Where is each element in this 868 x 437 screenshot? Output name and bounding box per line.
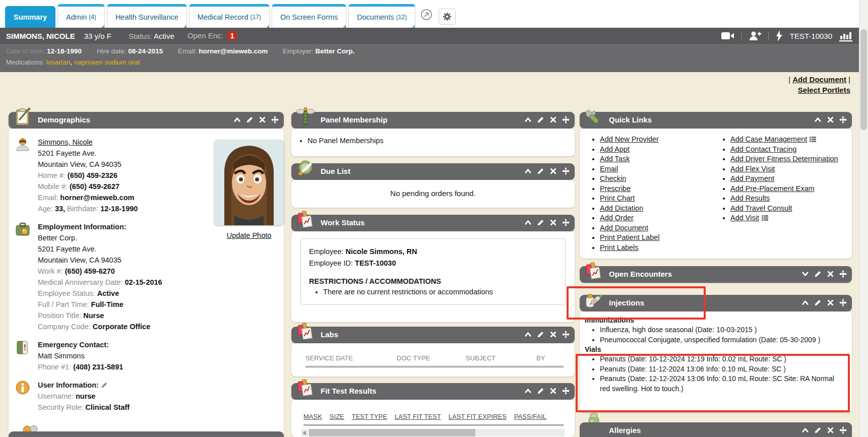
vertical-scrollbar[interactable] [859,0,868,437]
scroll-left-arrow[interactable] [302,430,306,435]
close-icon[interactable] [549,219,557,226]
stats-chart-icon[interactable] [839,30,852,42]
edit-icon[interactable] [814,299,822,306]
portlet-header-quick-links[interactable]: Quick Links [580,112,852,129]
move-icon[interactable] [271,116,279,123]
collapse-icon[interactable] [814,116,822,123]
move-icon[interactable] [562,387,570,395]
quick-link: Checkin [600,174,718,184]
move-icon[interactable] [839,116,847,123]
tab-on-screen-forms[interactable]: On Screen Forms [272,4,346,28]
tab-health-surveillance[interactable]: Health Surveillance [107,4,187,28]
horizontal-scrollbar[interactable] [301,429,565,436]
vial-item: Peanuts (Date: 10-12-2024 12:19 Info: 0.… [600,354,845,364]
allergies-jar-icon [584,411,604,423]
portlet-header-due-list[interactable]: Due List [291,163,575,180]
move-icon[interactable] [839,426,847,434]
close-icon[interactable] [259,116,266,123]
settings-gear-button[interactable] [439,9,456,25]
quick-link: Add Document [600,223,718,233]
portlet-header-fit-test-results[interactable]: Fit Test Results [291,383,575,400]
portlet-header-partial[interactable] [9,431,284,437]
patient-photo: Update Photo [214,140,284,240]
portlet-header-allergies[interactable]: Allergies [580,422,852,437]
portlet-body-injections: Immunizations Influenza, high dose seaso… [580,311,852,412]
collapse-icon[interactable] [233,116,241,123]
security-role: Clinical Staff [85,403,130,411]
lightning-icon[interactable] [776,30,783,41]
person-icon [15,137,31,153]
portlet-header-panel-membership[interactable]: Panel Membership [291,112,575,129]
edit-icon[interactable] [537,331,544,338]
medication-link[interactable]: losartan [46,58,71,66]
vials-chart-icon [295,378,316,398]
portlet-header-demographics[interactable]: Demographics [9,112,284,129]
vial-item: Peanuts (Date: 12-12-2024 13:06 Info: 0.… [600,374,845,394]
quick-link: Add Driver Fitness Determination [730,154,849,164]
tab-admin[interactable]: Admin(4) [57,4,105,28]
quick-link: Add Payment [730,174,849,184]
video-camera-icon[interactable] [721,31,734,40]
edit-icon[interactable] [814,270,822,278]
edit-icon[interactable] [537,167,544,175]
edit-icon[interactable] [537,219,544,226]
edit-user-icon[interactable] [101,382,108,389]
edit-icon[interactable] [537,387,544,395]
move-icon[interactable] [562,116,570,123]
collapse-icon[interactable] [801,299,809,306]
svg-text:!: ! [24,343,26,352]
portlet-header-work-status[interactable]: Work Status [291,215,575,231]
portlet-body-quick-links: Add New Provider Add Appt Add Task Email… [580,129,852,259]
restrictions-empty: There are no current restrictions or acc… [323,286,557,297]
portlet-header-open-encounters[interactable]: Open Encounters [580,266,852,283]
close-icon[interactable] [549,331,557,338]
dob-value: 12-18-1990 [47,47,82,55]
fit-test-table-header: MASKSIZETEST TYPELAST FIT TESTLAST FIT E… [303,413,564,426]
username: nurse [76,392,96,400]
edit-icon[interactable] [814,426,822,434]
close-icon[interactable] [827,270,834,278]
tab-medical-record[interactable]: Medical Record(17) [189,4,270,28]
close-icon[interactable] [827,426,834,434]
collapse-icon[interactable] [524,387,532,395]
collapse-icon[interactable] [801,426,809,434]
edit-icon[interactable] [537,116,544,123]
scrollbar-thumb[interactable] [860,29,867,130]
due-list-empty: No pending orders found. [291,180,575,198]
close-icon[interactable] [549,167,557,175]
quick-link: Add Order [600,213,718,223]
expand-icon[interactable] [801,270,809,278]
add-person-icon[interactable] [749,31,761,41]
collapse-icon[interactable] [524,116,532,123]
close-icon[interactable] [827,299,834,306]
move-icon[interactable] [562,331,570,338]
portlet-header-injections[interactable]: Injections [580,295,852,311]
external-link-icon[interactable] [420,9,432,23]
tab-documents[interactable]: Documents(12) [348,4,415,28]
add-document-link[interactable]: Add Document [792,75,846,84]
quick-link: Add Appt [600,145,718,155]
patient-name-link[interactable]: Simmons, Nicole [38,138,93,146]
scrollbar-thumb[interactable] [309,429,475,436]
patient-age-sex: 33 y/o F [84,32,111,40]
update-photo-link[interactable]: Update Photo [227,231,272,239]
vials-chart-icon [295,210,316,230]
edit-icon[interactable] [246,116,254,123]
move-icon[interactable] [562,167,570,175]
tab-summary[interactable]: Summary [5,6,55,28]
select-portlets-link[interactable]: Select Portlets [798,86,850,94]
portlet-header-labs[interactable]: Labs [291,327,575,343]
collapse-icon[interactable] [524,331,532,338]
medication-link[interactable]: naproxen sodium oral [74,58,140,66]
open-encounters-badge[interactable]: 1 [227,31,237,40]
patient-header-bar: SIMMONS, NICOLE 33 y/o F Status: Active … [0,28,859,44]
move-icon[interactable] [839,299,847,306]
syringe-icon [584,290,604,310]
move-icon[interactable] [562,219,570,226]
move-icon[interactable] [839,270,847,278]
close-icon[interactable] [549,116,557,123]
close-icon[interactable] [549,387,557,395]
collapse-icon[interactable] [524,219,532,226]
collapse-icon[interactable] [524,167,532,175]
close-icon[interactable] [827,116,834,123]
